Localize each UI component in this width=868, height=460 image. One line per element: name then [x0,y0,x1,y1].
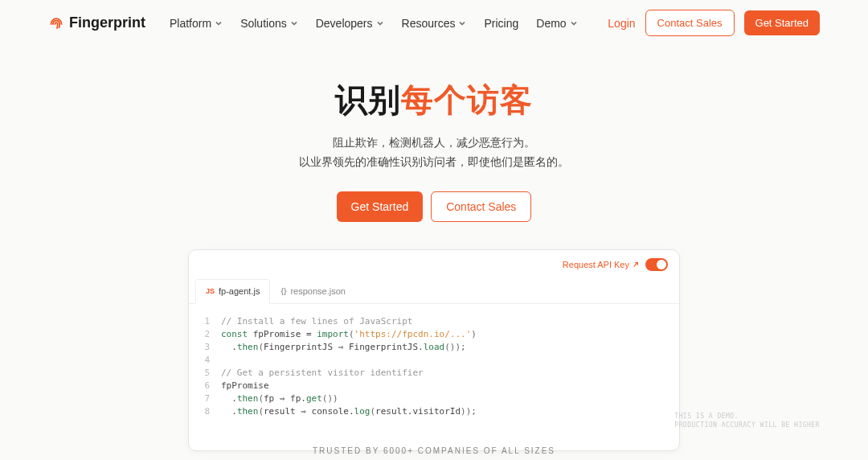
main-nav: Platform Solutions Developers Resources … [170,17,578,30]
tab-label: fp-agent.js [219,286,260,296]
chevron-down-icon [290,19,298,27]
fingerprint-icon [48,15,64,31]
header-right: Login Contact Sales Get Started [608,10,820,36]
line-code: // Install a few lines of JavaScript [221,315,412,328]
line-number: 6 [202,380,210,392]
trusted-by: TRUSTED BY 6000+ COMPANIES OF ALL SIZES [0,446,868,455]
hero-sub-line1: 阻止欺诈，检测机器人，减少恶意行为。 [0,133,868,153]
hero-get-started-button[interactable]: Get Started [337,191,424,222]
chevron-down-icon [376,19,384,27]
nav-resources[interactable]: Resources [402,17,467,30]
line-number: 5 [202,367,210,380]
code-topbar: Request API Key [189,250,679,279]
header-left: Fingerprint Platform Solutions Developer… [48,14,578,31]
nav-demo[interactable]: Demo [536,17,577,30]
tab-fp-agent-js[interactable]: JS fp-agent.js [195,279,270,304]
get-started-button[interactable]: Get Started [744,10,820,35]
line-code: .then(result ⇒ console.log(result.visito… [221,405,477,418]
nav-pricing[interactable]: Pricing [484,17,518,30]
code-line: 6fpPromise [202,380,666,392]
code-body: 1// Install a few lines of JavaScript2co… [189,304,679,450]
line-number: 3 [202,341,210,354]
hero: 识别每个访客 阻止欺诈，检测机器人，减少恶意行为。 以业界领先的准确性识别访问者… [0,78,868,222]
line-number: 2 [202,328,210,341]
brand-name: Fingerprint [69,14,145,31]
header: Fingerprint Platform Solutions Developer… [0,0,868,46]
external-link-icon [633,261,639,268]
chevron-down-icon [458,19,466,27]
line-number: 4 [202,354,210,367]
js-badge: JS [206,287,215,295]
hero-sub-line2: 以业界领先的准确性识别访问者，即使他们是匿名的。 [0,153,868,172]
chevron-down-icon [570,19,578,27]
hero-contact-sales-button[interactable]: Contact Sales [431,191,531,222]
code-line: 1// Install a few lines of JavaScript [202,315,666,328]
line-code: const fpPromise = import('https://fpcdn.… [221,328,477,341]
line-code: fpPromise [221,380,269,392]
nav-solutions[interactable]: Solutions [240,17,298,30]
tab-response-json[interactable]: {} response.json [270,279,356,303]
hero-buttons: Get Started Contact Sales [0,191,868,222]
request-api-key-link[interactable]: Request API Key [563,260,639,269]
login-link[interactable]: Login [608,17,635,30]
contact-sales-button[interactable]: Contact Sales [645,10,735,36]
code-card: Request API Key JS fp-agent.js {} respon… [188,249,680,451]
nav-developers[interactable]: Developers [316,17,384,30]
line-code: .then(FingerprintJS ⇒ FingerprintJS.load… [221,341,466,354]
logo[interactable]: Fingerprint [48,14,145,31]
chevron-down-icon [215,19,223,27]
tab-label: response.json [290,286,346,296]
toggle-switch[interactable] [645,258,668,271]
hero-subtitle: 阻止欺诈，检测机器人，减少恶意行为。 以业界领先的准确性识别访问者，即使他们是匿… [0,133,868,172]
code-tabs: JS fp-agent.js {} response.json [189,279,679,304]
code-line: 4 [202,354,666,367]
line-number: 8 [202,405,210,418]
code-line: 2const fpPromise = import('https://fpcdn… [202,328,666,341]
line-code: .then(fp ⇒ fp.get()) [221,392,338,405]
hero-title-accent: 每个访客 [401,82,533,117]
demo-note: THIS IS A DEMO. PRODUCTION ACCURACY WILL… [674,413,820,429]
line-number: 1 [202,315,210,328]
code-line: 3 .then(FingerprintJS ⇒ FingerprintJS.lo… [202,341,666,354]
code-line: 7 .then(fp ⇒ fp.get()) [202,392,666,405]
line-number: 7 [202,392,210,405]
hero-title-plain: 识别 [335,82,401,117]
code-line: 8 .then(result ⇒ console.log(result.visi… [202,405,666,418]
nav-platform[interactable]: Platform [170,17,223,30]
line-code: // Get a persistent visitor identifier [221,367,424,380]
hero-title: 识别每个访客 [0,78,868,122]
json-badge: {} [280,287,286,295]
code-line: 5// Get a persistent visitor identifier [202,367,666,380]
